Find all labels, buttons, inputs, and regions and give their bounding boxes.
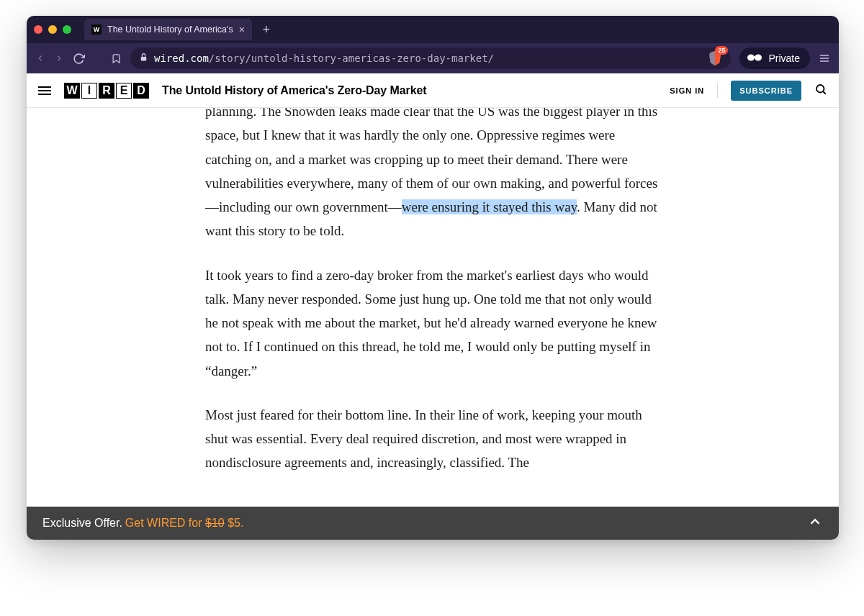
browser-window: W The Untold History of America's × + wi… bbox=[27, 16, 839, 540]
site-header: WIRED The Untold History of America's Ze… bbox=[27, 73, 839, 108]
article-viewport[interactable]: planning. The Snowden leaks made clear t… bbox=[27, 108, 839, 507]
article-paragraph: Most just feared for their bottom line. … bbox=[205, 403, 660, 475]
private-mode-indicator[interactable]: Private bbox=[739, 47, 810, 69]
back-button[interactable] bbox=[35, 53, 45, 63]
svg-line-8 bbox=[823, 91, 825, 94]
svg-rect-0 bbox=[141, 57, 147, 60]
sunglasses-icon bbox=[747, 53, 762, 64]
wired-logo[interactable]: WIRED bbox=[64, 83, 149, 99]
address-bar[interactable]: wired.com/story/untold-history-americas-… bbox=[130, 47, 731, 69]
private-label: Private bbox=[768, 53, 800, 64]
bookmark-button[interactable] bbox=[111, 53, 122, 64]
search-button[interactable] bbox=[814, 83, 827, 99]
brave-shields-button[interactable]: 25 bbox=[708, 50, 722, 66]
subscribe-button[interactable]: SUBSCRIBE bbox=[731, 81, 801, 101]
reload-button[interactable] bbox=[73, 53, 85, 65]
browser-tab[interactable]: W The Untold History of America's × bbox=[84, 19, 252, 40]
promo-expand-icon[interactable] bbox=[807, 514, 823, 533]
new-tab-button[interactable]: + bbox=[258, 21, 275, 38]
article-body: planning. The Snowden leaks made clear t… bbox=[188, 108, 678, 507]
svg-rect-3 bbox=[753, 56, 756, 58]
shield-count-badge: 25 bbox=[715, 46, 728, 55]
tab-close-icon[interactable]: × bbox=[239, 24, 245, 35]
highlighted-text: were ensuring it stayed this way bbox=[402, 199, 577, 214]
lock-icon bbox=[139, 53, 148, 64]
svg-point-7 bbox=[816, 85, 824, 93]
header-article-title: The Untold History of America's Zero-Day… bbox=[162, 84, 426, 97]
tab-strip: W The Untold History of America's × + bbox=[27, 16, 839, 43]
traffic-lights bbox=[34, 25, 71, 34]
window-maximize-button[interactable] bbox=[63, 25, 71, 34]
window-minimize-button[interactable] bbox=[48, 25, 57, 34]
article-paragraph: It took years to find a zero-day broker … bbox=[205, 263, 660, 383]
promo-bar[interactable]: Exclusive Offer. Get WIRED for $10 $5. bbox=[27, 507, 839, 540]
article-paragraph: planning. The Snowden leaks made clear t… bbox=[205, 108, 660, 243]
header-divider bbox=[717, 83, 718, 98]
browser-toolbar: wired.com/story/untold-history-americas-… bbox=[27, 43, 839, 73]
sign-in-link[interactable]: SIGN IN bbox=[670, 86, 704, 95]
browser-menu-button[interactable] bbox=[819, 53, 830, 64]
promo-lead: Exclusive Offer. bbox=[42, 517, 122, 530]
site-menu-button[interactable] bbox=[38, 86, 51, 95]
wired-favicon: W bbox=[91, 24, 102, 35]
url-text: wired.com/story/untold-history-americas-… bbox=[154, 53, 494, 64]
window-close-button[interactable] bbox=[34, 25, 42, 34]
tab-title: The Untold History of America's bbox=[107, 24, 233, 35]
forward-button[interactable] bbox=[54, 53, 64, 63]
promo-offer: Get WIRED for $10 $5. bbox=[125, 517, 244, 530]
